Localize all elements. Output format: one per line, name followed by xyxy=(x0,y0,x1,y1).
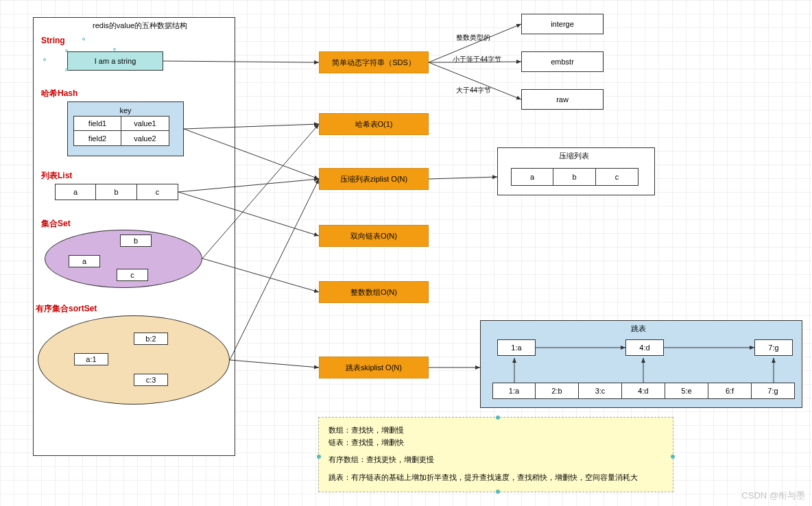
hash-key-container: key field1 value1 field2 value2 xyxy=(67,101,184,156)
section-list: 列表List xyxy=(41,170,72,182)
diagram-title: redis的value的五种数据结构 xyxy=(93,21,187,31)
list-b: b xyxy=(96,184,137,200)
sk-top-3: 7:g xyxy=(754,339,793,356)
sk-b-3: 3:c xyxy=(579,383,622,399)
sortset-a: a:1 xyxy=(74,353,108,365)
sds-embstr-label: embstr xyxy=(551,58,574,66)
list-c: c xyxy=(137,184,178,200)
sds-interge-label: interge xyxy=(551,20,574,28)
note-line4: 跳表：有序链表的基础上增加折半查找，提升查找速度，查找稍快，增删快，空间容量消耗… xyxy=(329,472,663,484)
sds-interge: interge xyxy=(521,14,604,34)
impl-hash-label: 哈希表O(1) xyxy=(355,119,393,130)
list-row: a b c xyxy=(55,184,178,200)
hash-field1: field1 xyxy=(73,116,121,131)
section-hash: 哈希Hash xyxy=(41,88,77,99)
impl-ziplist-label: 压缩列表ziplist O(N) xyxy=(340,174,407,184)
zip-b: b xyxy=(553,168,596,186)
impl-intset-label: 整数数组O(N) xyxy=(350,287,397,298)
sds-embstr: embstr xyxy=(521,51,604,72)
skiplist-bottom-row: 1:a 2:b 3:c 4:d 5:e 6:f 7:g xyxy=(492,383,795,399)
section-sortset: 有序集合sortSet xyxy=(36,303,97,315)
zip-a: a xyxy=(511,168,553,186)
note-line3: 有序数组：查找更快，增删更慢 xyxy=(329,454,663,466)
sk-b-7: 7:g xyxy=(752,383,795,399)
sk-b-4: 4:d xyxy=(622,383,665,399)
sk-b-6: 6:f xyxy=(708,383,752,399)
ziplist-title: 压缩列表 xyxy=(559,151,589,161)
zip-c: c xyxy=(596,168,638,186)
sds-branch-c-label: 大于44字节 xyxy=(456,86,491,95)
impl-skiplist: 跳表skiplist O(N) xyxy=(319,357,429,378)
sk-b-2: 2:b xyxy=(536,383,579,399)
note-line1: 数组：查找快，增删慢 xyxy=(329,424,663,437)
string-example-text: I am a string xyxy=(95,57,136,65)
note-line2: 链表：查找慢，增删快 xyxy=(329,437,663,449)
hash-field2: field2 xyxy=(73,131,121,146)
hash-value1: value1 xyxy=(121,116,169,131)
impl-linked: 双向链表O(N) xyxy=(319,225,429,247)
sortset-c: c:3 xyxy=(134,374,168,386)
sk-b-1: 1:a xyxy=(492,383,536,399)
sortset-ellipse xyxy=(38,315,230,405)
section-set: 集合Set xyxy=(41,218,71,230)
sk-b-5: 5:e xyxy=(665,383,708,399)
svg-line-11 xyxy=(230,360,319,368)
svg-line-10 xyxy=(230,179,319,360)
list-a: a xyxy=(55,184,96,200)
set-c: c xyxy=(117,269,148,281)
sk-top-1: 1:a xyxy=(497,339,536,356)
impl-sds: 简单动态字符串（SDS） xyxy=(319,51,429,73)
svg-line-12 xyxy=(429,177,497,179)
impl-hash: 哈希表O(1) xyxy=(319,113,429,135)
sortset-b: b:2 xyxy=(134,333,168,345)
sticky-note: 数组：查找快，增删慢 链表：查找慢，增删快 有序数组：查找更快，增删更慢 跳表：… xyxy=(318,417,673,492)
hash-value2: value2 xyxy=(121,131,169,146)
hash-header: key xyxy=(73,105,178,116)
impl-intset: 整数数组O(N) xyxy=(319,281,429,303)
sk-top-2: 4:d xyxy=(625,339,664,356)
sds-raw-label: raw xyxy=(556,95,569,104)
set-a: a xyxy=(69,255,100,267)
ziplist-cells: a b c xyxy=(511,168,638,186)
sds-branch-a-label: 整数类型的 xyxy=(456,33,490,43)
string-example-box: I am a string xyxy=(67,51,163,71)
watermark: CSDN @衔与墨 xyxy=(741,490,805,502)
section-string: String xyxy=(41,36,65,45)
impl-skiplist-label: 跳表skiplist O(N) xyxy=(346,363,402,373)
set-b: b xyxy=(120,234,152,247)
sds-branch-b-label: 小于等于44字节 xyxy=(453,55,501,64)
impl-ziplist: 压缩列表ziplist O(N) xyxy=(319,168,429,190)
sds-raw: raw xyxy=(521,89,604,110)
impl-linked-label: 双向链表O(N) xyxy=(350,231,397,241)
impl-sds-label: 简单动态字符串（SDS） xyxy=(332,58,416,68)
skiplist-title: 跳表 xyxy=(631,324,646,334)
